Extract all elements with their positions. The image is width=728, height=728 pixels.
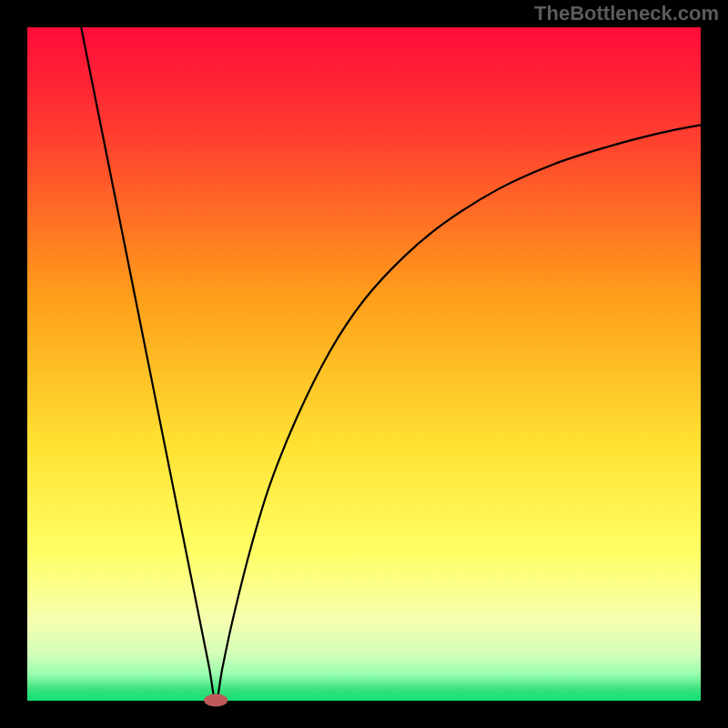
watermark-text: TheBottleneck.com (534, 2, 719, 25)
plot-background (27, 27, 701, 701)
vertex-marker (204, 694, 228, 707)
bottleneck-chart (0, 0, 728, 728)
chart-frame: TheBottleneck.com (0, 0, 728, 728)
